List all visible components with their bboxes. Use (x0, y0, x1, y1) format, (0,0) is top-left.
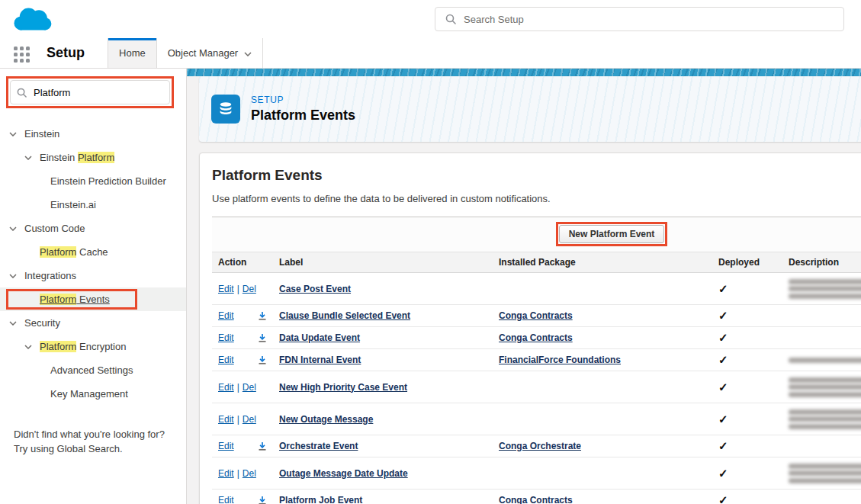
redacted-text-line (789, 384, 861, 390)
edit-link[interactable]: Edit (218, 332, 234, 343)
sidebar-item-label: Platform Cache (40, 246, 108, 258)
event-label-link[interactable]: New Outage Message (279, 414, 373, 425)
content-title: Platform Events (212, 167, 861, 184)
sidebar-footer-line1: Didn't find what you're looking for? (14, 427, 172, 441)
global-header (0, 0, 861, 38)
app-launcher-icon[interactable] (14, 47, 30, 63)
package-install-icon (258, 355, 267, 364)
del-link[interactable]: Del (243, 284, 256, 294)
event-label-link[interactable]: Outage Message Date Update (279, 468, 408, 479)
event-label-link[interactable]: Clause Bundle Selected Event (279, 310, 410, 321)
package-install-icon (258, 496, 267, 504)
sidebar-item-label: Security (24, 317, 60, 329)
event-label-link[interactable]: New High Priority Case Event (279, 382, 407, 393)
platform-events-table: ActionLabelInstalled PackageDeployedDesc… (212, 252, 861, 504)
redacted-text-line (789, 464, 861, 469)
deployed-check-icon: ✓ (718, 467, 728, 480)
chevron-down-icon (9, 274, 24, 278)
tab-strip: Home Object Manager (108, 38, 263, 68)
sidebar-item-einstein[interactable]: Einstein (0, 122, 186, 146)
deployed-check-icon: ✓ (718, 439, 728, 452)
redacted-text-line (789, 377, 861, 383)
sidebar-item-einstein-prediction-builder[interactable]: Einstein Prediction Builder (0, 169, 186, 193)
app-name: Setup (47, 45, 85, 68)
sidebar-item-label: Einstein Platform (40, 152, 114, 163)
tab-home-label: Home (119, 47, 146, 59)
edit-link[interactable]: Edit (218, 355, 234, 365)
sidebar-footer-text: Didn't find what you're looking for? Try… (14, 427, 172, 456)
sidebar-item-integrations[interactable]: Integrations (0, 264, 186, 287)
event-label-link[interactable]: Case Post Event (279, 284, 351, 294)
del-link[interactable]: Del (243, 414, 256, 425)
action-separator: | (237, 284, 239, 294)
sidebar-item-einstein-platform[interactable]: Einstein Platform (0, 146, 186, 169)
del-link[interactable]: Del (243, 468, 256, 479)
events-table-body: Edit|DelCase Post Event✓EditClause Bundl… (212, 273, 861, 504)
sidebar-item-platform-cache[interactable]: Platform Cache (0, 240, 186, 264)
setup-search-input[interactable] (464, 14, 843, 25)
sidebar-item-custom-code[interactable]: Custom Code (0, 217, 186, 240)
sidebar-item-einstein-ai[interactable]: Einstein.ai (0, 193, 186, 217)
platform-events-icon (211, 95, 240, 124)
column-header-action: Action (212, 252, 273, 273)
redacted-text-line (789, 470, 861, 476)
edit-link[interactable]: Edit (218, 468, 234, 479)
event-label-link[interactable]: Platform Job Event (279, 495, 362, 504)
setup-eyebrow: SETUP (251, 95, 355, 105)
annotation-box-button: New Platform Event (556, 222, 668, 246)
search-match-highlight: Platform (40, 246, 76, 258)
edit-link[interactable]: Edit (218, 441, 234, 451)
edit-link[interactable]: Edit (218, 310, 234, 321)
redacted-text-line (789, 286, 861, 291)
sidebar-item-platform-encryption[interactable]: Platform Encryption (0, 335, 186, 358)
tab-home[interactable]: Home (108, 38, 157, 68)
action-separator: | (237, 468, 239, 479)
package-install-icon (258, 333, 267, 342)
event-label-link[interactable]: Orchestrate Event (279, 441, 358, 451)
edit-link[interactable]: Edit (218, 414, 234, 425)
column-header-deployed: Deployed (712, 252, 782, 273)
sidebar-item-label: Einstein Prediction Builder (50, 175, 166, 187)
edit-link[interactable]: Edit (218, 284, 234, 294)
table-header-row: ActionLabelInstalled PackageDeployedDesc… (212, 252, 861, 273)
sidebar-item-key-management[interactable]: Key Management (0, 382, 186, 406)
sidebar-item-advanced-settings[interactable]: Advanced Settings (0, 358, 186, 382)
chevron-down-icon (9, 321, 24, 326)
installed-package-link[interactable]: FinancialForce Foundations (499, 355, 621, 365)
action-separator: | (237, 414, 239, 425)
quick-find-input[interactable] (10, 80, 170, 104)
deployed-check-icon: ✓ (718, 493, 728, 504)
sidebar-item-label: Integrations (24, 270, 76, 281)
deployed-check-icon: ✓ (718, 331, 728, 344)
sidebar-item-label: Platform Events (40, 294, 110, 305)
tab-object-manager[interactable]: Object Manager (157, 38, 264, 68)
event-label-link[interactable]: Data Update Event (279, 332, 360, 343)
table-row: EditFDN Internal EventFinancialForce Fou… (212, 349, 861, 371)
edit-link[interactable]: Edit (218, 495, 234, 504)
new-platform-event-button[interactable]: New Platform Event (559, 225, 665, 243)
tab-object-manager-label: Object Manager (168, 47, 239, 59)
event-label-link[interactable]: FDN Internal Event (279, 355, 361, 365)
deployed-check-icon: ✓ (718, 309, 728, 322)
installed-package-link[interactable]: Conga Contracts (499, 310, 573, 321)
sidebar-item-security[interactable]: Security (0, 311, 186, 335)
installed-package-link[interactable]: Conga Contracts (499, 332, 573, 343)
edit-link[interactable]: Edit (218, 382, 234, 393)
installed-package-link[interactable]: Conga Contracts (499, 495, 573, 504)
setup-tree: EinsteinEinstein PlatformEinstein Predic… (0, 122, 186, 406)
sidebar-item-label: Advanced Settings (50, 364, 133, 376)
sidebar-item-label: Einstein (24, 128, 59, 140)
del-link[interactable]: Del (243, 382, 256, 393)
search-icon (445, 14, 456, 24)
column-header-installed-package: Installed Package (493, 252, 712, 273)
deployed-check-icon: ✓ (718, 413, 728, 425)
setup-search-box (435, 7, 844, 31)
setup-sidebar: EinsteinEinstein PlatformEinstein Predic… (0, 69, 187, 504)
sidebar-item-platform-events[interactable]: Platform Events (0, 287, 186, 311)
table-row: Edit|DelNew High Priority Case Event✓ (212, 371, 861, 403)
deployed-check-icon: ✓ (718, 353, 728, 366)
redacted-text-line (789, 358, 861, 363)
table-row: EditOrchestrate EventConga Orchestrate✓ (212, 435, 861, 457)
sidebar-item-label: Einstein.ai (50, 199, 96, 210)
installed-package-link[interactable]: Conga Orchestrate (499, 441, 581, 451)
